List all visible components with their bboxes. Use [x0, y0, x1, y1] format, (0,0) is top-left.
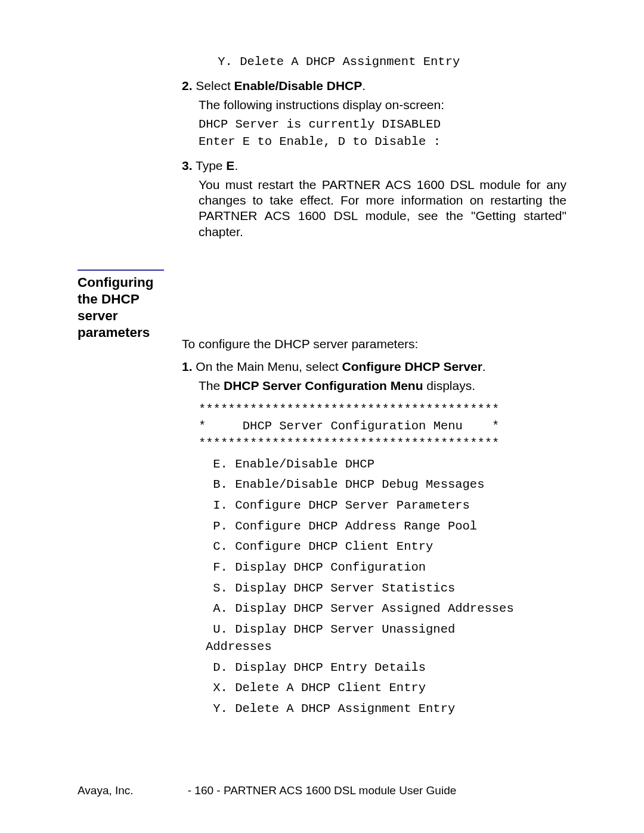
menu-title: * DHCP Server Configuration Menu *	[199, 418, 566, 435]
section-heading: Configuring the DHCP server parameters	[78, 270, 164, 342]
menu-item-x: X. Delete A DHCP Client Entry	[206, 680, 566, 697]
upper-left-margin	[78, 54, 182, 240]
step-1-line2-prefix: The	[199, 379, 224, 392]
step-2-follow: The following instructions display on-sc…	[199, 97, 566, 113]
step-1-line2-suffix: displays.	[423, 379, 476, 392]
step-1-bold: Configure DHCP Server	[342, 360, 482, 373]
upper-content: Y. Delete A DHCP Assignment Entry 2. Sel…	[78, 54, 566, 240]
step-2-line: 2. Select Enable/Disable DHCP.	[182, 78, 566, 94]
section-configuring-dhcp: Configuring the DHCP server parameters T…	[78, 270, 566, 718]
step-1-line2: The DHCP Server Configuration Menu displ…	[199, 378, 566, 394]
step-3-suffix: .	[234, 159, 238, 172]
step-2-bold: Enable/Disable DHCP	[234, 79, 363, 92]
step-2-number: 2.	[182, 79, 193, 92]
menu-item-p: P. Configure DHCP Address Range Pool	[206, 518, 566, 535]
menu-item-y: Y. Delete A DHCP Assignment Entry	[206, 701, 566, 718]
menu-item-i: I. Configure DHCP Server Parameters	[206, 497, 566, 515]
step-3-number: 3.	[182, 159, 193, 172]
menu-item-u-line2: Addresses	[206, 639, 566, 656]
section-body: To configure the DHCP server parameters:…	[182, 270, 566, 718]
step-3-paragraph: You must restart the PARTNER ACS 1600 DS…	[199, 177, 566, 240]
menu-item-a: A. Display DHCP Server Assigned Addresse…	[206, 600, 566, 618]
menu-item-u-line1: U. Display DHCP Server Unassigned	[206, 621, 566, 639]
step-3-line: 3. Type E.	[182, 158, 566, 174]
section-intro: To configure the DHCP server parameters:	[182, 336, 566, 352]
step-1-prefix: On the Main Menu, select	[196, 360, 342, 373]
step-3-prefix: Type	[196, 159, 226, 172]
upper-body: Y. Delete A DHCP Assignment Entry 2. Sel…	[182, 54, 566, 240]
menu-item-c: C. Configure DHCP Client Entry	[206, 538, 566, 556]
step-1-number: 1.	[182, 360, 193, 373]
footer-page-number: - 160 -	[188, 784, 221, 797]
step-1-line: 1. On the Main Menu, select Configure DH…	[182, 359, 566, 374]
step-1-line2-bold: DHCP Server Configuration Menu	[224, 379, 423, 392]
document-page: Y. Delete A DHCP Assignment Entry 2. Sel…	[0, 0, 644, 833]
menu-item-f: F. Display DHCP Configuration	[206, 559, 566, 577]
footer-doc-title: PARTNER ACS 1600 DSL module User Guide	[224, 784, 456, 797]
menu-item-b: B. Enable/Disable DHCP Debug Messages	[206, 476, 566, 494]
step-1-suffix: .	[482, 360, 486, 373]
section-heading-col: Configuring the DHCP server parameters	[78, 270, 182, 718]
step-3-bold: E	[226, 159, 234, 172]
page-footer: Avaya, Inc. - 160 - PARTNER ACS 1600 DSL…	[78, 784, 566, 797]
menu-item-d: D. Display DHCP Entry Details	[206, 659, 566, 677]
step-2-prefix: Select	[196, 79, 234, 92]
menu-item-e: E. Enable/Disable DHCP	[206, 456, 566, 473]
menu-item-s: S. Display DHCP Server Statistics	[206, 580, 566, 597]
mono-prompt: Enter E to Enable, D to Disable :	[199, 134, 566, 151]
step-2-suffix: .	[362, 79, 366, 92]
mono-disabled: DHCP Server is currently DISABLED	[199, 116, 566, 134]
mono-delete-assignment-top: Y. Delete A DHCP Assignment Entry	[210, 54, 566, 71]
menu-border-bottom: ****************************************…	[199, 435, 566, 453]
menu-border-top: ****************************************…	[199, 401, 566, 419]
